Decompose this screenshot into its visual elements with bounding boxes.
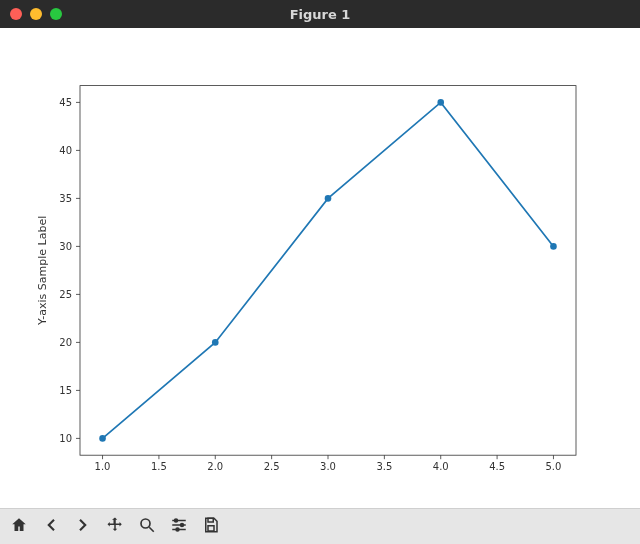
svg-line-1 [149, 527, 154, 532]
move-icon [106, 516, 124, 537]
svg-rect-9 [208, 526, 214, 531]
y-tick-label: 30 [59, 241, 72, 252]
x-tick-label: 3.5 [376, 461, 392, 472]
search-icon [138, 516, 156, 537]
svg-point-7 [176, 528, 179, 531]
back-button[interactable] [36, 512, 66, 542]
x-tick-label: 5.0 [546, 461, 562, 472]
traffic-lights [10, 8, 62, 20]
arrow-right-icon [74, 516, 92, 537]
data-marker [437, 99, 444, 106]
y-axis-label: Y-axis Sample Label [36, 216, 49, 326]
minimize-window-button[interactable] [30, 8, 42, 20]
axes-frame [80, 86, 576, 456]
svg-point-5 [175, 519, 178, 522]
y-tick-label: 40 [59, 145, 72, 156]
home-icon [10, 516, 28, 537]
x-tick-label: 2.0 [207, 461, 223, 472]
figure-canvas[interactable]: 1.01.52.02.53.03.54.04.55.01015202530354… [0, 28, 640, 508]
data-marker [212, 339, 219, 346]
x-tick-label: 4.0 [433, 461, 449, 472]
y-tick-label: 35 [59, 193, 72, 204]
y-tick-label: 25 [59, 289, 72, 300]
x-tick-label: 1.0 [95, 461, 111, 472]
data-marker [325, 195, 332, 202]
maximize-window-button[interactable] [50, 8, 62, 20]
data-marker [550, 243, 557, 250]
home-button[interactable] [4, 512, 34, 542]
data-marker [99, 435, 106, 442]
chart-svg: 1.01.52.02.53.03.54.04.55.01015202530354… [0, 28, 640, 508]
svg-point-0 [141, 519, 150, 528]
x-tick-label: 2.5 [264, 461, 280, 472]
window-titlebar: Figure 1 [0, 0, 640, 28]
forward-button[interactable] [68, 512, 98, 542]
svg-rect-8 [208, 518, 213, 522]
save-icon [202, 516, 220, 537]
arrow-left-icon [42, 516, 60, 537]
configure-subplots-button[interactable] [164, 512, 194, 542]
x-tick-label: 4.5 [489, 461, 505, 472]
x-tick-label: 1.5 [151, 461, 167, 472]
y-tick-label: 10 [59, 433, 72, 444]
window-title: Figure 1 [0, 7, 640, 22]
y-tick-label: 20 [59, 337, 72, 348]
save-button[interactable] [196, 512, 226, 542]
y-tick-label: 45 [59, 97, 72, 108]
x-tick-label: 3.0 [320, 461, 336, 472]
sliders-icon [170, 516, 188, 537]
y-tick-label: 15 [59, 385, 72, 396]
close-window-button[interactable] [10, 8, 22, 20]
pan-button[interactable] [100, 512, 130, 542]
zoom-button[interactable] [132, 512, 162, 542]
matplotlib-toolbar [0, 508, 640, 544]
svg-point-6 [181, 524, 184, 527]
